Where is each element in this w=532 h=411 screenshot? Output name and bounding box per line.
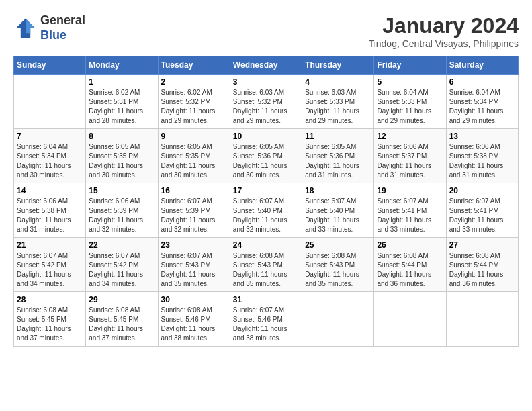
day-number: 25 [305,240,371,250]
day-number: 16 [161,186,227,195]
logo-icon [13,16,38,40]
logo-text: General Blue [40,13,85,42]
day-number: 23 [161,240,227,250]
day-info: Sunrise: 6:06 AM Sunset: 5:38 PM Dayligh… [17,197,83,234]
day-number: 7 [17,132,83,141]
day-info: Sunrise: 6:07 AM Sunset: 5:42 PM Dayligh… [89,251,154,289]
day-info: Sunrise: 6:03 AM Sunset: 5:33 PM Dayligh… [305,88,371,126]
week-row-1: 1 Sunrise: 6:02 AM Sunset: 5:31 PM Dayli… [14,75,519,129]
calendar-header-row: SundayMondayTuesdayWednesdayThursdayFrid… [14,56,519,75]
day-cell: 1 Sunrise: 6:02 AM Sunset: 5:31 PM Dayli… [86,75,158,129]
day-info: Sunrise: 6:08 AM Sunset: 5:46 PM Dayligh… [161,306,227,343]
day-number: 11 [305,132,371,141]
day-cell: 3 Sunrise: 6:03 AM Sunset: 5:32 PM Dayli… [230,75,302,129]
day-info: Sunrise: 6:03 AM Sunset: 5:32 PM Dayligh… [233,88,299,126]
day-number: 29 [89,295,154,304]
day-info: Sunrise: 6:08 AM Sunset: 5:45 PM Dayligh… [17,306,83,343]
day-info: Sunrise: 6:08 AM Sunset: 5:44 PM Dayligh… [377,251,443,289]
calendar-table: SundayMondayTuesdayWednesdayThursdayFrid… [13,56,519,347]
day-info: Sunrise: 6:05 AM Sunset: 5:35 PM Dayligh… [89,142,154,180]
title-block: January 2024 Tindog, Central Visayas, Ph… [369,13,519,49]
day-cell: 6 Sunrise: 6:04 AM Sunset: 5:34 PM Dayli… [446,75,518,129]
day-cell: 18 Sunrise: 6:07 AM Sunset: 5:40 PM Dayl… [302,183,374,238]
day-cell [14,75,86,129]
day-cell: 21 Sunrise: 6:07 AM Sunset: 5:42 PM Dayl… [14,238,86,292]
day-number: 17 [233,186,299,195]
day-cell: 24 Sunrise: 6:08 AM Sunset: 5:43 PM Dayl… [230,238,302,292]
day-info: Sunrise: 6:08 AM Sunset: 5:43 PM Dayligh… [305,251,371,289]
day-info: Sunrise: 6:07 AM Sunset: 5:41 PM Dayligh… [449,197,515,234]
day-info: Sunrise: 6:07 AM Sunset: 5:46 PM Dayligh… [233,306,299,343]
day-cell: 23 Sunrise: 6:07 AM Sunset: 5:43 PM Dayl… [158,238,230,292]
day-number: 27 [449,240,515,250]
day-cell: 9 Sunrise: 6:05 AM Sunset: 5:35 PM Dayli… [158,129,230,183]
day-cell: 22 Sunrise: 6:07 AM Sunset: 5:42 PM Dayl… [86,238,158,292]
day-cell: 20 Sunrise: 6:07 AM Sunset: 5:41 PM Dayl… [446,183,518,238]
day-info: Sunrise: 6:07 AM Sunset: 5:41 PM Dayligh… [377,197,443,234]
week-row-4: 21 Sunrise: 6:07 AM Sunset: 5:42 PM Dayl… [14,238,519,292]
col-header-tuesday: Tuesday [158,56,230,75]
day-info: Sunrise: 6:02 AM Sunset: 5:31 PM Dayligh… [89,88,154,126]
day-number: 6 [449,77,515,87]
day-cell: 8 Sunrise: 6:05 AM Sunset: 5:35 PM Dayli… [86,129,158,183]
location: Tindog, Central Visayas, Philippines [369,38,519,49]
day-cell: 7 Sunrise: 6:04 AM Sunset: 5:34 PM Dayli… [14,129,86,183]
day-number: 3 [233,77,299,87]
day-number: 9 [161,132,227,141]
day-info: Sunrise: 6:05 AM Sunset: 5:35 PM Dayligh… [161,142,227,180]
svg-marker-1 [26,18,35,33]
day-info: Sunrise: 6:04 AM Sunset: 5:33 PM Dayligh… [377,88,443,126]
day-info: Sunrise: 6:06 AM Sunset: 5:38 PM Dayligh… [449,142,515,180]
day-cell [446,292,518,347]
day-number: 1 [89,77,154,87]
day-cell [302,292,374,347]
day-cell: 28 Sunrise: 6:08 AM Sunset: 5:45 PM Dayl… [14,292,86,347]
day-cell [374,292,446,347]
day-info: Sunrise: 6:08 AM Sunset: 5:45 PM Dayligh… [89,306,154,343]
calendar-body: 1 Sunrise: 6:02 AM Sunset: 5:31 PM Dayli… [14,75,519,347]
day-number: 30 [161,295,227,304]
day-info: Sunrise: 6:07 AM Sunset: 5:40 PM Dayligh… [305,197,371,234]
day-number: 8 [89,132,154,141]
day-number: 10 [233,132,299,141]
day-number: 2 [161,77,227,87]
day-number: 18 [305,186,371,195]
day-cell: 31 Sunrise: 6:07 AM Sunset: 5:46 PM Dayl… [230,292,302,347]
col-header-wednesday: Wednesday [230,56,302,75]
day-number: 22 [89,240,154,250]
day-info: Sunrise: 6:08 AM Sunset: 5:43 PM Dayligh… [233,251,299,289]
day-number: 14 [17,186,83,195]
day-info: Sunrise: 6:05 AM Sunset: 5:36 PM Dayligh… [305,142,371,180]
day-info: Sunrise: 6:08 AM Sunset: 5:44 PM Dayligh… [449,251,515,289]
day-number: 13 [449,132,515,141]
day-cell: 17 Sunrise: 6:07 AM Sunset: 5:40 PM Dayl… [230,183,302,238]
day-info: Sunrise: 6:07 AM Sunset: 5:40 PM Dayligh… [233,197,299,234]
week-row-5: 28 Sunrise: 6:08 AM Sunset: 5:45 PM Dayl… [14,292,519,347]
col-header-sunday: Sunday [14,56,86,75]
day-cell: 29 Sunrise: 6:08 AM Sunset: 5:45 PM Dayl… [86,292,158,347]
day-cell: 10 Sunrise: 6:05 AM Sunset: 5:36 PM Dayl… [230,129,302,183]
day-number: 12 [377,132,443,141]
day-cell: 30 Sunrise: 6:08 AM Sunset: 5:46 PM Dayl… [158,292,230,347]
day-cell: 26 Sunrise: 6:08 AM Sunset: 5:44 PM Dayl… [374,238,446,292]
day-number: 26 [377,240,443,250]
day-number: 24 [233,240,299,250]
logo: General Blue [13,13,85,42]
day-info: Sunrise: 6:02 AM Sunset: 5:32 PM Dayligh… [161,88,227,126]
day-info: Sunrise: 6:05 AM Sunset: 5:36 PM Dayligh… [233,142,299,180]
day-cell: 4 Sunrise: 6:03 AM Sunset: 5:33 PM Dayli… [302,75,374,129]
day-cell: 12 Sunrise: 6:06 AM Sunset: 5:37 PM Dayl… [374,129,446,183]
day-cell: 5 Sunrise: 6:04 AM Sunset: 5:33 PM Dayli… [374,75,446,129]
day-cell: 2 Sunrise: 6:02 AM Sunset: 5:32 PM Dayli… [158,75,230,129]
day-info: Sunrise: 6:06 AM Sunset: 5:39 PM Dayligh… [89,197,154,234]
day-info: Sunrise: 6:06 AM Sunset: 5:37 PM Dayligh… [377,142,443,180]
day-number: 19 [377,186,443,195]
day-number: 20 [449,186,515,195]
col-header-monday: Monday [86,56,158,75]
month-title: January 2024 [369,13,519,38]
day-cell: 16 Sunrise: 6:07 AM Sunset: 5:39 PM Dayl… [158,183,230,238]
day-cell: 11 Sunrise: 6:05 AM Sunset: 5:36 PM Dayl… [302,129,374,183]
day-info: Sunrise: 6:04 AM Sunset: 5:34 PM Dayligh… [449,88,515,126]
day-info: Sunrise: 6:07 AM Sunset: 5:39 PM Dayligh… [161,197,227,234]
col-header-saturday: Saturday [446,56,518,75]
